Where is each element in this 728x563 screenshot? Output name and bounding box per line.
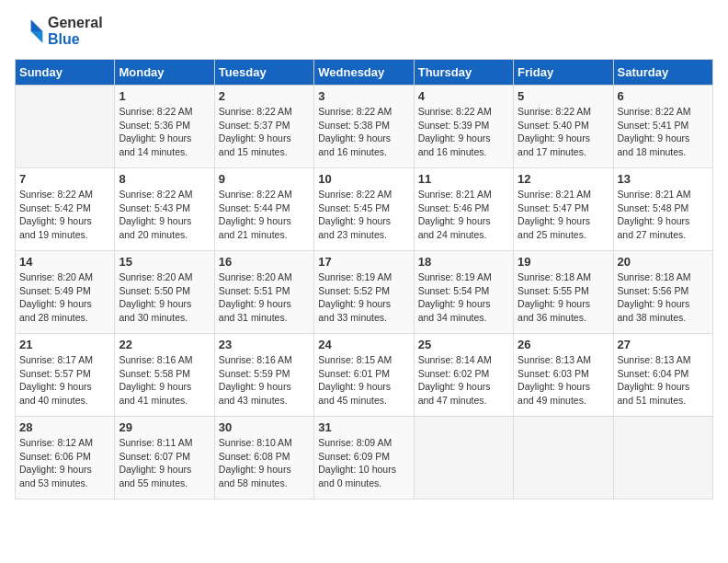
calendar-cell: 28Sunrise: 8:12 AM Sunset: 6:06 PM Dayli… [16, 417, 115, 500]
cell-content: Sunrise: 8:21 AM Sunset: 5:46 PM Dayligh… [418, 188, 509, 242]
cell-content: Sunrise: 8:22 AM Sunset: 5:43 PM Dayligh… [119, 188, 210, 242]
cell-content: Sunrise: 8:14 AM Sunset: 6:02 PM Dayligh… [418, 353, 509, 408]
cell-content: Sunrise: 8:11 AM Sunset: 6:07 PM Dayligh… [119, 436, 210, 490]
day-number: 13 [618, 172, 709, 186]
cell-content: Sunrise: 8:15 AM Sunset: 6:01 PM Dayligh… [318, 353, 409, 408]
cell-content: Sunrise: 8:13 AM Sunset: 6:03 PM Dayligh… [518, 353, 609, 408]
cell-content: Sunrise: 8:22 AM Sunset: 5:36 PM Dayligh… [119, 105, 210, 159]
day-number: 8 [119, 172, 210, 186]
day-number: 30 [219, 420, 310, 434]
logo: General Blue [15, 15, 103, 48]
svg-marker-1 [31, 31, 43, 43]
day-number: 28 [19, 420, 110, 434]
day-number: 27 [618, 338, 709, 351]
cell-content: Sunrise: 8:19 AM Sunset: 5:54 PM Dayligh… [418, 270, 509, 325]
calendar-cell [414, 417, 513, 500]
day-number: 11 [418, 172, 509, 186]
calendar-cell: 29Sunrise: 8:11 AM Sunset: 6:07 PM Dayli… [115, 417, 214, 500]
day-number: 12 [518, 172, 609, 186]
calendar-cell: 23Sunrise: 8:16 AM Sunset: 5:59 PM Dayli… [214, 334, 313, 417]
day-number: 5 [518, 89, 609, 103]
day-number: 15 [119, 255, 210, 269]
calendar-table: SundayMondayTuesdayWednesdayThursdayFrid… [15, 59, 713, 500]
cell-content: Sunrise: 8:22 AM Sunset: 5:44 PM Dayligh… [219, 188, 310, 242]
calendar-cell: 2Sunrise: 8:22 AM Sunset: 5:37 PM Daylig… [214, 86, 313, 168]
day-number: 23 [219, 338, 310, 351]
day-number: 10 [318, 172, 409, 186]
day-header: Wednesday [314, 60, 414, 86]
day-number: 19 [518, 255, 609, 269]
day-number: 31 [318, 420, 409, 434]
calendar-cell: 11Sunrise: 8:21 AM Sunset: 5:46 PM Dayli… [414, 168, 513, 251]
cell-content: Sunrise: 8:19 AM Sunset: 5:52 PM Dayligh… [318, 270, 409, 325]
day-header: Tuesday [214, 60, 313, 86]
calendar-week-row: 7Sunrise: 8:22 AM Sunset: 5:42 PM Daylig… [16, 168, 713, 251]
calendar-week-row: 1Sunrise: 8:22 AM Sunset: 5:36 PM Daylig… [16, 86, 713, 168]
day-number: 2 [219, 89, 310, 103]
calendar-week-row: 14Sunrise: 8:20 AM Sunset: 5:49 PM Dayli… [16, 251, 713, 334]
day-number: 21 [19, 338, 110, 351]
calendar-cell: 27Sunrise: 8:13 AM Sunset: 6:04 PM Dayli… [613, 334, 712, 417]
day-number: 9 [219, 172, 310, 186]
calendar-cell: 5Sunrise: 8:22 AM Sunset: 5:40 PM Daylig… [514, 86, 613, 168]
calendar-cell: 14Sunrise: 8:20 AM Sunset: 5:49 PM Dayli… [16, 251, 115, 334]
cell-content: Sunrise: 8:20 AM Sunset: 5:50 PM Dayligh… [119, 270, 210, 325]
calendar-header-row: SundayMondayTuesdayWednesdayThursdayFrid… [16, 60, 713, 86]
cell-content: Sunrise: 8:22 AM Sunset: 5:45 PM Dayligh… [318, 188, 409, 242]
cell-content: Sunrise: 8:22 AM Sunset: 5:40 PM Dayligh… [518, 105, 609, 159]
calendar-cell [16, 86, 115, 168]
calendar-cell: 26Sunrise: 8:13 AM Sunset: 6:03 PM Dayli… [514, 334, 613, 417]
calendar-cell: 31Sunrise: 8:09 AM Sunset: 6:09 PM Dayli… [314, 417, 414, 500]
cell-content: Sunrise: 8:18 AM Sunset: 5:56 PM Dayligh… [618, 270, 709, 325]
calendar-cell: 25Sunrise: 8:14 AM Sunset: 6:02 PM Dayli… [414, 334, 513, 417]
day-header: Sunday [16, 60, 115, 86]
calendar-cell: 21Sunrise: 8:17 AM Sunset: 5:57 PM Dayli… [16, 334, 115, 417]
day-number: 26 [518, 338, 609, 351]
cell-content: Sunrise: 8:20 AM Sunset: 5:51 PM Dayligh… [219, 270, 310, 325]
day-number: 25 [418, 338, 509, 351]
calendar-cell: 15Sunrise: 8:20 AM Sunset: 5:50 PM Dayli… [115, 251, 214, 334]
logo-icon [15, 17, 44, 46]
day-number: 4 [418, 89, 509, 103]
cell-content: Sunrise: 8:20 AM Sunset: 5:49 PM Dayligh… [19, 270, 110, 325]
day-number: 18 [418, 255, 509, 269]
calendar-cell: 18Sunrise: 8:19 AM Sunset: 5:54 PM Dayli… [414, 251, 513, 334]
day-header: Monday [115, 60, 214, 86]
calendar-cell: 10Sunrise: 8:22 AM Sunset: 5:45 PM Dayli… [314, 168, 414, 251]
calendar-cell: 1Sunrise: 8:22 AM Sunset: 5:36 PM Daylig… [115, 86, 214, 168]
cell-content: Sunrise: 8:21 AM Sunset: 5:48 PM Dayligh… [618, 188, 709, 242]
day-header: Thursday [414, 60, 513, 86]
day-number: 29 [119, 420, 210, 434]
day-number: 7 [19, 172, 110, 186]
page-header: General Blue [15, 15, 713, 48]
calendar-cell [514, 417, 613, 500]
calendar-cell: 6Sunrise: 8:22 AM Sunset: 5:41 PM Daylig… [613, 86, 712, 168]
calendar-cell: 13Sunrise: 8:21 AM Sunset: 5:48 PM Dayli… [613, 168, 712, 251]
cell-content: Sunrise: 8:22 AM Sunset: 5:41 PM Dayligh… [618, 105, 709, 159]
cell-content: Sunrise: 8:10 AM Sunset: 6:08 PM Dayligh… [219, 436, 310, 490]
day-number: 16 [219, 255, 310, 269]
cell-content: Sunrise: 8:16 AM Sunset: 5:59 PM Dayligh… [219, 353, 310, 408]
cell-content: Sunrise: 8:17 AM Sunset: 5:57 PM Dayligh… [19, 353, 110, 408]
calendar-cell: 17Sunrise: 8:19 AM Sunset: 5:52 PM Dayli… [314, 251, 414, 334]
cell-content: Sunrise: 8:22 AM Sunset: 5:39 PM Dayligh… [418, 105, 509, 159]
logo-text: General Blue [48, 15, 103, 48]
day-number: 24 [318, 338, 409, 351]
calendar-cell [613, 417, 712, 500]
day-header: Friday [514, 60, 613, 86]
day-number: 6 [618, 89, 709, 103]
day-number: 20 [618, 255, 709, 269]
cell-content: Sunrise: 8:12 AM Sunset: 6:06 PM Dayligh… [19, 436, 110, 490]
calendar-cell: 12Sunrise: 8:21 AM Sunset: 5:47 PM Dayli… [514, 168, 613, 251]
day-number: 17 [318, 255, 409, 269]
calendar-body: 1Sunrise: 8:22 AM Sunset: 5:36 PM Daylig… [16, 86, 713, 500]
day-number: 14 [19, 255, 110, 269]
cell-content: Sunrise: 8:13 AM Sunset: 6:04 PM Dayligh… [618, 353, 709, 408]
cell-content: Sunrise: 8:22 AM Sunset: 5:42 PM Dayligh… [19, 188, 110, 242]
calendar-cell: 16Sunrise: 8:20 AM Sunset: 5:51 PM Dayli… [214, 251, 313, 334]
day-number: 3 [318, 89, 409, 103]
day-number: 22 [119, 338, 210, 351]
calendar-cell: 8Sunrise: 8:22 AM Sunset: 5:43 PM Daylig… [115, 168, 214, 251]
calendar-cell: 24Sunrise: 8:15 AM Sunset: 6:01 PM Dayli… [314, 334, 414, 417]
cell-content: Sunrise: 8:22 AM Sunset: 5:37 PM Dayligh… [219, 105, 310, 159]
